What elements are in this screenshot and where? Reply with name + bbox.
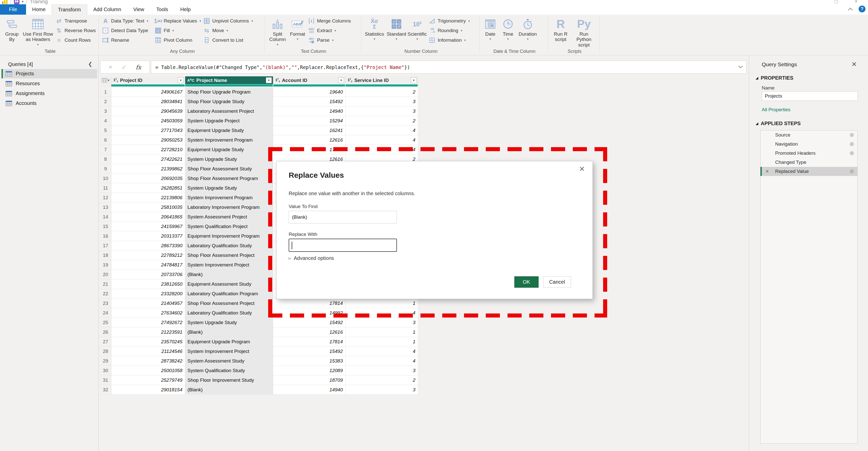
- table-cell[interactable]: 28738242: [111, 356, 185, 366]
- table-cell[interactable]: 29050253: [111, 135, 185, 145]
- statistics-button[interactable]: X̄σΣ Statistics ▾: [363, 16, 386, 42]
- row-number[interactable]: 2: [100, 97, 111, 106]
- row-number[interactable]: 9: [100, 164, 111, 174]
- gear-icon[interactable]: [849, 169, 854, 174]
- tab-view[interactable]: View: [127, 4, 150, 15]
- replace-values-button[interactable]: 1⇄2 Replace Values▾: [153, 16, 202, 26]
- table-cell[interactable]: 17814: [273, 298, 346, 308]
- table-cell[interactable]: 17814: [273, 337, 346, 347]
- column-header-service-line-id[interactable]: 123 Service Line ID ▾: [346, 76, 418, 84]
- row-number[interactable]: 28: [100, 347, 111, 356]
- table-cell[interactable]: 4: [346, 126, 418, 135]
- row-number[interactable]: 17: [100, 241, 111, 251]
- row-number[interactable]: 26: [100, 327, 111, 337]
- rename-button[interactable]: Rename: [101, 35, 153, 45]
- table-cell[interactable]: 12616: [273, 327, 346, 337]
- information-button[interactable]: 1+ Information▾: [427, 35, 477, 45]
- ok-button[interactable]: OK: [514, 276, 538, 288]
- table-cell[interactable]: (Blank): [185, 385, 273, 395]
- column-header-project-name[interactable]: ABC Project Name ▾: [185, 76, 273, 84]
- table-cell[interactable]: 15492: [273, 318, 346, 327]
- formula-expand-icon[interactable]: [738, 65, 743, 68]
- table-cell[interactable]: Shop Floor Upgrade Study: [185, 97, 273, 106]
- applied-step-promoted-headers[interactable]: Promoted Headers: [761, 149, 857, 158]
- reverse-rows-button[interactable]: ⇅ Reverse Rows: [54, 26, 97, 35]
- table-cell[interactable]: 12089: [273, 366, 346, 376]
- row-number[interactable]: 25: [100, 318, 111, 327]
- filter-icon[interactable]: ▾: [266, 77, 272, 83]
- row-number[interactable]: 24: [100, 308, 111, 318]
- pivot-column-button[interactable]: Pivot Column: [153, 35, 202, 45]
- window-close-icon[interactable]: ✕: [855, 0, 858, 4]
- row-number[interactable]: 14: [100, 212, 111, 222]
- duration-button[interactable]: Duration ▾: [517, 16, 538, 42]
- table-cell[interactable]: Equipment Upgrade Study: [185, 126, 273, 135]
- tab-help[interactable]: Help: [174, 4, 197, 15]
- date-button[interactable]: Date ▾: [482, 16, 499, 42]
- table-cell[interactable]: System Assessment Study: [185, 356, 273, 366]
- tab-file[interactable]: File: [0, 4, 26, 15]
- table-cell[interactable]: 28673390: [111, 241, 185, 251]
- table-cell[interactable]: System Improvement Project: [185, 347, 273, 356]
- gear-icon[interactable]: [849, 151, 854, 156]
- transpose-button[interactable]: ⇄ Transpose: [54, 16, 97, 26]
- table-cell[interactable]: System Improvement Project: [185, 260, 273, 270]
- row-number[interactable]: 15: [100, 222, 111, 231]
- table-cell[interactable]: 2: [346, 376, 418, 385]
- split-column-button[interactable]: Split Column ▾: [267, 16, 288, 47]
- table-cell[interactable]: Equipment Upgrade Program: [185, 337, 273, 347]
- parse-button[interactable]: abc⇢▦ Parse▾: [307, 35, 357, 45]
- format-button[interactable]: ABC Format ▾: [288, 16, 307, 42]
- table-corner-menu[interactable]: ▾: [100, 76, 111, 84]
- table-cell[interactable]: 25279749: [111, 376, 185, 385]
- table-cell[interactable]: 27422621: [111, 155, 185, 164]
- row-number[interactable]: 16: [100, 231, 111, 241]
- applied-step-source[interactable]: Source: [761, 130, 857, 139]
- column-header-project-id[interactable]: 123 Project ID ▾: [111, 76, 185, 84]
- commit-formula-icon[interactable]: ✓: [121, 64, 126, 71]
- table-cell[interactable]: 3: [346, 385, 418, 395]
- query-name-input[interactable]: Projects: [762, 91, 858, 101]
- row-number[interactable]: 20: [100, 270, 111, 279]
- table-cell[interactable]: 3: [346, 97, 418, 106]
- filter-icon[interactable]: ▾: [411, 77, 417, 83]
- row-number[interactable]: 19: [100, 260, 111, 270]
- table-cell[interactable]: 1: [346, 327, 418, 337]
- chevron-down-icon[interactable]: ▾: [22, 0, 24, 3]
- table-cell[interactable]: System Upgrade Study: [185, 318, 273, 327]
- table-cell[interactable]: 3: [346, 106, 418, 116]
- filter-icon[interactable]: ▾: [338, 77, 344, 83]
- table-cell[interactable]: System Qualification Project: [185, 222, 273, 231]
- row-number[interactable]: 13: [100, 202, 111, 212]
- row-number[interactable]: 29: [100, 356, 111, 366]
- use-first-row-as-headers-button[interactable]: Use First Row as Headers ▾: [22, 16, 54, 47]
- rounding-button[interactable]: .00→.0 Rounding▾: [427, 26, 477, 35]
- window-maximize-icon[interactable]: ▢: [834, 0, 838, 4]
- table-cell[interactable]: Equipment Improvement Program: [185, 231, 273, 241]
- cancel-formula-icon[interactable]: ×: [108, 63, 112, 71]
- table-cell[interactable]: 23328200: [111, 289, 185, 298]
- close-icon[interactable]: ✕: [851, 60, 857, 68]
- filter-icon[interactable]: ▾: [178, 77, 184, 83]
- fill-button[interactable]: ↓ Fill▾: [153, 26, 202, 35]
- table-cell[interactable]: 18709: [273, 376, 346, 385]
- table-cell[interactable]: Laboratory Assessment Project: [185, 106, 273, 116]
- table-cell[interactable]: 24784817: [111, 260, 185, 270]
- table-cell[interactable]: Laboratory Qualification Study: [185, 308, 273, 318]
- table-cell[interactable]: Shop Floor Assessment Project: [185, 251, 273, 260]
- row-number[interactable]: 30: [100, 366, 111, 376]
- row-number[interactable]: 1: [100, 87, 111, 97]
- row-number[interactable]: 22: [100, 289, 111, 298]
- convert-to-list-button[interactable]: Convert to List: [202, 35, 262, 45]
- table-cell[interactable]: 24503059: [111, 116, 185, 126]
- formula-input[interactable]: = Table.ReplaceValue(#"Changed Type","(b…: [151, 61, 746, 73]
- applied-step-replaced-value[interactable]: ×Replaced Value: [761, 167, 857, 176]
- gear-icon[interactable]: [849, 132, 854, 137]
- table-cell[interactable]: System Assessment Project: [185, 212, 273, 222]
- query-item-resources[interactable]: Resources: [2, 79, 97, 88]
- collapse-ribbon-icon[interactable]: [847, 7, 853, 11]
- table-cell[interactable]: Laboratory Qualification Program: [185, 289, 273, 298]
- row-number[interactable]: 6: [100, 135, 111, 145]
- table-cell[interactable]: 4: [346, 356, 418, 366]
- table-cell[interactable]: 22728210: [111, 145, 185, 155]
